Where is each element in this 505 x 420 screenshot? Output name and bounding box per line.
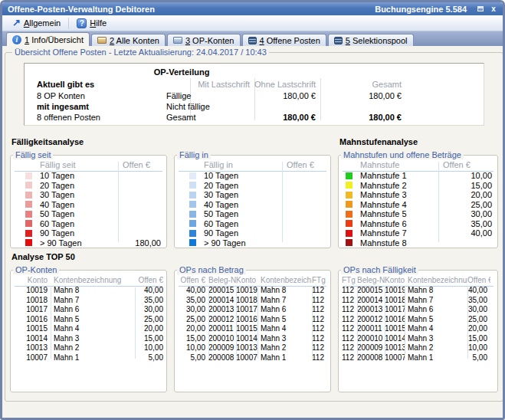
table-cell: Mahn 6	[51, 305, 135, 315]
table-cell: 112	[342, 286, 357, 296]
help-icon: ?	[77, 18, 87, 28]
legend-row[interactable]: 30 Tagen	[11, 190, 166, 200]
table-cell: Mahn 3	[405, 334, 467, 344]
column-separator	[438, 162, 439, 242]
table-cell: 112	[342, 353, 357, 363]
column-header: Offen €	[178, 274, 208, 286]
summary-line: mit ingesamt	[37, 102, 89, 111]
table-cell: 15,00	[178, 334, 208, 344]
column-header: Kontenbezeichnung	[405, 274, 467, 286]
legend-row[interactable]: Mahnstufe 740,00	[339, 228, 497, 238]
legend-row[interactable]: 20 Tagen	[175, 181, 330, 191]
table-row[interactable]: 10018Mahn 735,00	[11, 296, 166, 306]
table-row[interactable]: 15,0020001010014Mahn 3112	[175, 334, 330, 344]
legend-row[interactable]: 20 Tagen	[11, 181, 166, 191]
table-row[interactable]: 5,0020000810007Mahn 1112	[175, 353, 330, 363]
table-row[interactable]: 10017Mahn 630,00	[11, 305, 166, 315]
legend-label: 90 Tagen	[40, 228, 74, 238]
tab-selektionspool[interactable]: 5 Selektionspool	[328, 34, 414, 46]
legend-row[interactable]: 90 Tagen	[11, 228, 166, 238]
legend-row[interactable]: 10 Tagen	[175, 171, 330, 181]
table-row[interactable]: 11220001410018Mahn 735,00	[339, 296, 497, 306]
legend-row[interactable]: > 90 Tagen180,00	[11, 238, 166, 248]
color-swatch	[189, 172, 196, 179]
color-swatch	[189, 230, 196, 237]
table-row[interactable]: 10019Mahn 840,00	[11, 286, 166, 296]
legend-row[interactable]: 60 Tagen	[11, 219, 166, 229]
legend-row[interactable]: Mahnstufe 425,00	[339, 200, 497, 210]
table-row[interactable]: 11220001510019Mahn 840,00	[339, 286, 497, 296]
legend-label: > 90 Tagen	[204, 238, 246, 248]
table-cell: 112	[312, 334, 327, 344]
table-row[interactable]: 10015Mahn 420,00	[11, 324, 166, 334]
column-header: Mit Lastschrift	[190, 80, 250, 89]
table-row[interactable]: 11220000910013Mahn 210,00	[339, 343, 497, 353]
table-row[interactable]: 10014Mahn 315,00	[11, 334, 166, 344]
table-row[interactable]: 10013Mahn 210,00	[11, 343, 166, 353]
legend-row[interactable]: Mahnstufe 635,00	[339, 219, 497, 229]
table-cell: 10018	[385, 296, 405, 306]
table-cell: 112	[312, 286, 327, 296]
group-title: OPs nach Fälligkeit	[341, 265, 418, 274]
table-cell: 112	[312, 305, 327, 315]
table-row[interactable]: 10,0020000910013Mahn 2112	[175, 343, 330, 353]
legend-row[interactable]: 50 Tagen	[11, 209, 166, 219]
legend-row[interactable]: 40 Tagen	[11, 200, 166, 210]
table-cell: 30,00	[135, 305, 166, 315]
legend-row[interactable]: > 90 Tagen	[175, 238, 330, 248]
legend-row[interactable]: 90 Tagen	[175, 228, 330, 238]
op-konten-group: OP-Konten KontoKontenbezeichnungOffen €1…	[10, 265, 167, 392]
legend-label: Mahnstufe 5	[360, 209, 407, 218]
value-cell: 180,00 €	[320, 113, 402, 122]
legend-row[interactable]: Mahnstufe 8	[339, 238, 497, 248]
table-row[interactable]: 11220000810007Mahn 15,00	[339, 353, 497, 363]
table-row[interactable]: 11220001110015Mahn 420,00	[339, 324, 497, 334]
column-header: Beleg-Nr.	[208, 274, 236, 286]
table-cell: 10018	[15, 296, 51, 306]
table-row[interactable]: 10016Mahn 525,00	[11, 315, 166, 325]
table-cell: 112	[342, 305, 357, 315]
legend-row[interactable]: 40 Tagen	[175, 200, 330, 210]
table-cell: 200010	[208, 334, 236, 344]
table-row[interactable]: 11220001310017Mahn 630,00	[339, 305, 497, 315]
column-header: Kontenbezeichnung	[257, 274, 312, 286]
table-row[interactable]: 11220001210016Mahn 525,00	[339, 315, 497, 325]
table-row[interactable]: 11220001010014Mahn 315,00	[339, 334, 497, 344]
summary-line: 8 OP Konten	[37, 91, 85, 100]
tab-info-uebersicht[interactable]: i 1 Info/Übersicht	[6, 32, 90, 46]
section-heading-empty	[175, 137, 331, 149]
table-cell: 5,00	[135, 353, 166, 363]
legend-row[interactable]: 10 Tagen	[11, 171, 166, 181]
legend-row[interactable]: 30 Tagen	[175, 190, 330, 200]
table-row[interactable]: 25,0020001210016Mahn 5112	[175, 315, 330, 325]
table-row[interactable]: 40,0020001510019Mahn 8112	[175, 286, 330, 296]
table-row[interactable]: 35,0020001410018Mahn 7112	[175, 296, 330, 306]
row-label: Fällige	[166, 91, 191, 100]
legend-row[interactable]: Mahnstufe 110,00	[339, 171, 497, 181]
tab-op-konten[interactable]: 3 OP-Konten	[167, 34, 241, 46]
legend-row[interactable]: Mahnstufe 215,00	[339, 181, 497, 191]
tab-bar: i 1 Info/Übersicht 2 Alle Konten 3 OP-Ko…	[2, 31, 503, 46]
table-row[interactable]: 20,0020001110015Mahn 4112	[175, 324, 330, 334]
group-title: Fällig seit	[13, 150, 53, 159]
table-row[interactable]: 10007Mahn 15,00	[11, 353, 166, 363]
table-cell: 10,00	[135, 343, 166, 353]
table-cell: Mahn 7	[51, 296, 135, 306]
table-row[interactable]: 30,0020001310017Mahn 6112	[175, 305, 330, 315]
tab-alle-konten[interactable]: 2 Alle Konten	[91, 34, 166, 46]
tab-offene-posten[interactable]: 4 Offene Posten	[242, 34, 326, 46]
legend-row[interactable]: 60 Tagen	[175, 219, 330, 229]
restore-button[interactable]	[475, 5, 486, 14]
table-cell: 35,00	[178, 296, 208, 306]
table-cell: 10015	[385, 324, 405, 334]
window-title: Offene-Posten-Verwaltung Debitoren	[8, 5, 155, 14]
column-header: Konto	[385, 274, 405, 286]
table-cell: 10017	[236, 305, 257, 315]
legend-row[interactable]: Mahnstufe 320,00	[339, 190, 497, 200]
allgemein-menu-button[interactable]: ↗ Allgemein	[8, 16, 64, 30]
close-icon: x	[491, 5, 496, 13]
legend-row[interactable]: Mahnstufe 530,00	[339, 209, 497, 219]
legend-row[interactable]: 50 Tagen	[175, 209, 330, 219]
hilfe-button[interactable]: ? Hilfe	[73, 16, 110, 30]
close-button[interactable]: x	[488, 5, 499, 14]
